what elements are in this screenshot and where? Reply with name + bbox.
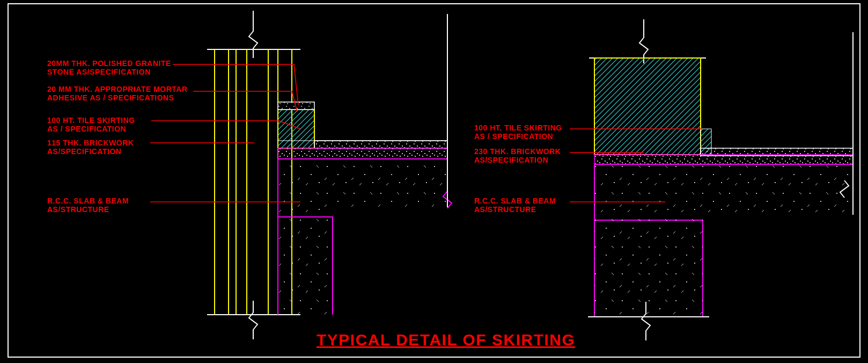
svg-rect-30 xyxy=(594,164,853,213)
label-brick-left: 115 THK. BRICKWORK AS/SPECIFICATION xyxy=(47,139,134,156)
label-skirting-right: 100 HT. TILE SKIRTING AS / SPECIFICATION xyxy=(474,124,562,141)
label-slab-right: R.C.C. SLAB & BEAM AS/STRUCTURE xyxy=(474,197,556,214)
label-mortar: 20 MM THK. APPROPRIATE MORTAR ADHESIVE A… xyxy=(47,85,188,102)
svg-rect-29 xyxy=(594,155,853,164)
label-skirting-left: 100 HT. TILE SKIRTING AS / SPECIFICATION xyxy=(47,116,135,133)
svg-rect-26 xyxy=(594,58,701,155)
label-slab-left: R.C.C. SLAB & BEAM AS/STRUCTURE xyxy=(47,197,129,214)
label-granite: 20MM THK. POLISHED GRANITE STONE AS/SPEC… xyxy=(47,59,171,76)
label-brick-right: 230 THK. BRICKWORK AS/SPECIFICATION xyxy=(474,147,561,164)
svg-rect-31 xyxy=(594,213,703,317)
right-detail-drawing xyxy=(0,0,868,363)
drawing-title: TYPICAL DETAIL OF SKIRTING xyxy=(317,331,575,349)
